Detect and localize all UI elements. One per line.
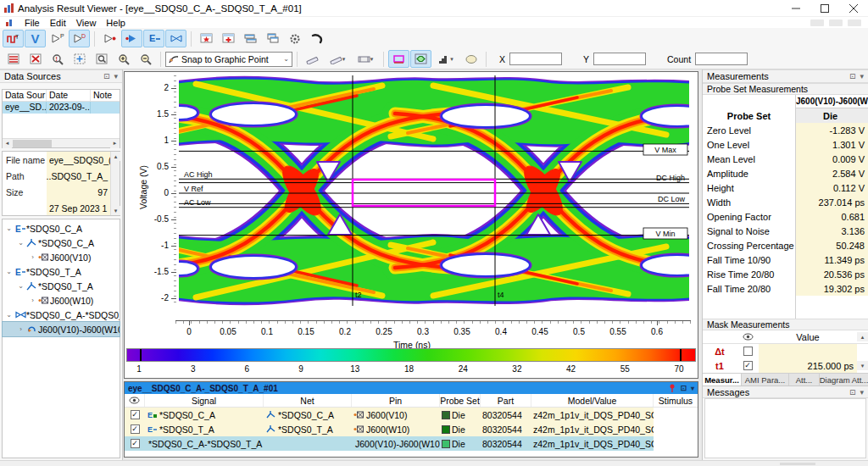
column-pin[interactable]: Pin: [352, 394, 440, 407]
caliper-menu-button[interactable]: ▾: [352, 50, 379, 68]
menu-help[interactable]: Help: [106, 18, 125, 28]
eye-diff-button[interactable]: [165, 30, 186, 47]
add-window-button[interactable]: [218, 30, 239, 47]
zoom-window-button[interactable]: [91, 50, 112, 68]
column-part[interactable]: Part: [481, 394, 531, 407]
tab-measurements[interactable]: Measur...: [703, 374, 742, 386]
close-button[interactable]: [839, 0, 868, 17]
column-date[interactable]: Date: [47, 90, 91, 101]
zoom-query-button[interactable]: !: [47, 50, 68, 68]
scroll-right-icon[interactable]: ▸: [110, 139, 120, 148]
zoom-out-button[interactable]: [135, 50, 156, 68]
scroll-down-icon[interactable]: ▾: [857, 361, 868, 370]
column-note[interactable]: Note: [91, 90, 120, 101]
y-coord-input[interactable]: [593, 53, 646, 65]
mask-checkbox-checked[interactable]: ✓: [743, 361, 753, 370]
maximize-button[interactable]: [810, 0, 839, 17]
ellipse-tool-button[interactable]: [460, 50, 481, 68]
child-minimize-button[interactable]: [810, 19, 824, 26]
window-menu-icon[interactable]: ▾: [691, 385, 694, 392]
signal-row[interactable]: ✓ E*SDQS0_C_A *SDQS0_C_A J600(V10) Die 8…: [125, 408, 698, 422]
probe-point-button[interactable]: [99, 30, 120, 47]
column-signal[interactable]: Signal: [145, 394, 264, 407]
scroll-down-icon[interactable]: ▾: [111, 206, 120, 215]
row-checkbox-checked[interactable]: ✓: [131, 410, 140, 419]
tree-item-diff-pin[interactable]: › J600(V10)-J600(W10): [3, 322, 120, 336]
scrollbar-thumb[interactable]: [13, 140, 52, 147]
count-input[interactable]: [695, 53, 748, 65]
tree-item-signal[interactable]: ⌄ E *SDQS0_T_A: [3, 264, 120, 279]
grid-setup-button[interactable]: [3, 50, 24, 68]
settings-button[interactable]: [284, 30, 305, 47]
child-close-button[interactable]: [848, 19, 861, 26]
row-checkbox-checked[interactable]: ✓: [131, 424, 140, 434]
child-restore-button[interactable]: [829, 19, 843, 26]
minimize-button[interactable]: [782, 0, 810, 17]
tree-item-pin[interactable]: › J600(V10): [3, 250, 120, 264]
zoom-in-button[interactable]: [113, 50, 134, 68]
float-panel-icon[interactable]: ⊡: [849, 72, 856, 80]
probe-arrow-button[interactable]: [121, 30, 142, 47]
mask-rect-tool-button[interactable]: [388, 50, 409, 68]
tab-attributes[interactable]: Att...: [789, 374, 820, 386]
expander-right-icon[interactable]: ›: [28, 297, 37, 304]
tile-windows-button[interactable]: [240, 30, 261, 47]
float-window-icon[interactable]: ⊡: [680, 384, 687, 392]
waveform-view-button[interactable]: T: [3, 30, 24, 47]
expander-right-icon[interactable]: ›: [16, 325, 25, 333]
x-coord-input[interactable]: [509, 53, 562, 65]
probe-p-button[interactable]: P: [47, 30, 68, 47]
tree-item-net[interactable]: ⌄ *SDQS0_T_A: [3, 279, 120, 293]
column-stimulus[interactable]: Stimulus: [654, 394, 698, 407]
signal-row-selected[interactable]: ✓ *SDQS0_C_A-*SDQS0_T_A J600(V10)-J600(W…: [125, 436, 698, 451]
fit-view-button[interactable]: [69, 50, 90, 68]
panel-menu-icon[interactable]: ▾: [860, 72, 864, 80]
eye-diagram-plot[interactable]: AC High V Ref AC Low V Max DC High DC Lo…: [179, 75, 689, 306]
expander-down-icon[interactable]: ⌄: [4, 268, 14, 275]
float-panel-icon[interactable]: ⊡: [849, 388, 856, 397]
float-panel-icon[interactable]: ⊡: [103, 72, 110, 80]
menu-file[interactable]: File: [25, 18, 40, 28]
signal-row[interactable]: ✓ E*SDQS0_T_A *SDQS0_T_A J600(W10) Die 8…: [125, 422, 698, 436]
tree-item-diff-signal[interactable]: ⌄ *SDQS0_C_A-*SDQS0_T_A: [3, 308, 120, 322]
row-checkbox-checked[interactable]: ✓: [131, 439, 140, 448]
pin-window-icon[interactable]: [669, 384, 676, 392]
scroll-left-icon[interactable]: ◂: [3, 139, 12, 148]
probe-d-button[interactable]: D: [69, 30, 90, 47]
tree-item-net[interactable]: ⌄ *SDQS0_C_A: [3, 236, 120, 250]
expander-down-icon[interactable]: ⌄: [16, 282, 25, 290]
measure-ruler-button[interactable]: [302, 50, 323, 68]
column-data-source[interactable]: Data Sour: [3, 90, 47, 101]
expander-down-icon[interactable]: ⌄: [4, 311, 14, 319]
voltage-view-button[interactable]: V: [25, 30, 46, 47]
expander-right-icon[interactable]: ›: [28, 253, 37, 261]
column-model-value[interactable]: Model/Value: [531, 394, 654, 407]
support-button[interactable]: [306, 30, 327, 47]
clear-plot-button[interactable]: [25, 50, 46, 68]
tree-item-pin[interactable]: › J600(W10): [3, 293, 120, 308]
mask-checkbox-unchecked[interactable]: [743, 347, 753, 356]
mask-eye-tool-button[interactable]: [410, 50, 431, 68]
eye-measure-button[interactable]: E: [143, 30, 164, 47]
column-net[interactable]: Net: [264, 394, 352, 407]
horizontal-scrollbar[interactable]: ◂ ▸: [3, 138, 120, 147]
panel-menu-icon[interactable]: ▾: [114, 72, 118, 80]
tree-item-signal[interactable]: ⌄ E *SDQS0_C_A: [3, 221, 120, 236]
tab-ami-parameters[interactable]: AMI Para...: [742, 374, 789, 386]
snap-mode-dropdown[interactable]: Snap to Graphic Point ⌄: [165, 52, 292, 67]
scroll-up-icon[interactable]: ▴: [857, 332, 868, 341]
column-probe-set[interactable]: Probe Set: [440, 394, 481, 407]
cascade-windows-button[interactable]: [262, 30, 283, 47]
measure-ruler-menu-button[interactable]: ▾: [324, 50, 351, 68]
menu-edit[interactable]: Edit: [50, 18, 66, 28]
data-source-row[interactable]: eye__SD... 2023-09-...: [3, 102, 120, 114]
panel-menu-icon[interactable]: ▾: [860, 388, 864, 397]
bookmark-window-button[interactable]: [196, 30, 217, 47]
menu-view[interactable]: View: [76, 18, 97, 28]
signal-table-titlebar[interactable]: eye__SDQS0_C_A-_SDQS0_T_A_#01 ⊡ ▾: [125, 382, 698, 394]
histogram-menu-button[interactable]: ▾: [432, 50, 459, 68]
expander-down-icon[interactable]: ⌄: [16, 239, 25, 247]
expander-down-icon[interactable]: ⌄: [4, 225, 14, 232]
tab-diagram-attributes[interactable]: Diagram Att...: [820, 374, 868, 386]
scroll-up-icon[interactable]: ▴: [111, 152, 120, 161]
